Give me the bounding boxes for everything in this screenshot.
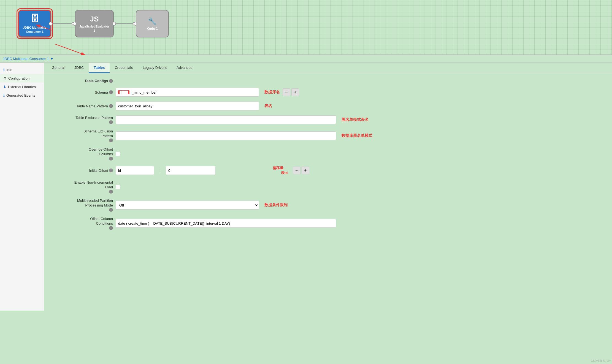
connector-2	[114, 22, 136, 25]
info-icon: ℹ	[3, 68, 5, 72]
enable-non-incr-info-icon[interactable]: i	[109, 190, 113, 194]
kudu-node-label: Kudu 1	[147, 27, 158, 31]
offset-conditions-label: Offset Column Conditions i	[52, 217, 113, 230]
table-name-pattern-label: Table Name Pattern i	[52, 104, 113, 108]
js-node-wrapper: JS JavaScript Evaluator 1	[75, 10, 114, 37]
tab-credentials[interactable]: Credentials	[110, 63, 138, 73]
schema-exclusion-info-icon[interactable]: i	[109, 138, 113, 142]
offset-id-input[interactable]	[116, 166, 154, 175]
override-offset-info-icon[interactable]: i	[109, 157, 113, 161]
schema-btn-group: − +	[283, 88, 299, 96]
jdbc-output-port	[49, 22, 53, 26]
initial-offset-info-icon[interactable]: i	[109, 169, 113, 172]
tab-jdbc[interactable]: JDBC	[69, 63, 89, 73]
tabs: General JDBC Tables Credentials Legacy D…	[44, 63, 612, 73]
offset-value-input[interactable]	[166, 166, 215, 175]
main-content: General JDBC Tables Credentials Legacy D…	[44, 63, 612, 311]
tab-legacy-drivers[interactable]: Legacy Drivers	[138, 63, 172, 73]
offset-conditions-row: Offset Column Conditions i	[52, 217, 604, 230]
table-exclusion-info-icon[interactable]: i	[109, 120, 113, 124]
schema-label-text: Schema	[95, 90, 108, 94]
js-icon: JS	[90, 15, 99, 23]
schema-exclusion-label-line2: Pattern	[101, 134, 113, 138]
kudu-icon: 🔧	[148, 17, 157, 26]
enable-non-incr-line2: Load	[105, 185, 113, 189]
jdbc-node[interactable]: 🗄 JDBC Multitable Consumer 1	[18, 10, 51, 37]
multithreaded-line2: Processing Mode	[85, 203, 113, 207]
schema-input-wrapper: ████	[116, 88, 259, 97]
tab-tables[interactable]: Tables	[89, 63, 110, 73]
multithreaded-annotation: 数据条件限制	[264, 203, 288, 208]
sidebar: ℹ Info ⚙ Configuration ⬇ External Librar…	[0, 63, 44, 311]
initial-offset-group: ⋮	[116, 166, 264, 175]
table-configs-label: Table Configs i	[52, 79, 113, 83]
multithreaded-line1: Multithreaded Partition	[77, 199, 113, 203]
breadcrumb-area: JDBC Multitable Consumer 1 ▼	[0, 55, 612, 63]
override-offset-row: Override Offset Columns i	[52, 147, 604, 161]
schema-info-icon[interactable]: i	[109, 90, 113, 94]
sidebar-item-external-libraries[interactable]: ⬇ External Libraries	[0, 83, 44, 91]
sidebar-item-configuration-label: Configuration	[8, 76, 29, 80]
table-configs-info-icon[interactable]: i	[109, 79, 113, 83]
table-exclusion-row: Table Exclusion Pattern i 黑名单模式表名	[52, 115, 604, 124]
js-node[interactable]: JS JavaScript Evaluator 1	[75, 10, 114, 37]
initial-offset-label: Initial Offset i	[52, 169, 113, 173]
table-name-pattern-row: Table Name Pattern i 表名	[52, 102, 604, 110]
offset-conditions-line2: Conditions	[96, 221, 113, 226]
override-offset-checkbox[interactable]	[116, 152, 120, 156]
multithreaded-row: Multithreaded Partition Processing Mode …	[52, 199, 604, 212]
multithreaded-info-icon[interactable]: i	[109, 208, 113, 212]
jdbc-icon: 🗄	[30, 14, 39, 24]
schema-exclusion-label: Schema Exclusion Pattern i	[52, 129, 113, 142]
offset-conditions-info-icon[interactable]: i	[109, 226, 113, 230]
schema-exclusion-input[interactable]	[116, 131, 336, 140]
breadcrumb-title: JDBC Multitable Consumer 1	[3, 57, 49, 61]
table-name-pattern-input[interactable]	[116, 102, 259, 110]
sidebar-item-generated-events[interactable]: ℹ Generated Events	[0, 91, 44, 100]
sidebar-item-configuration[interactable]: ⚙ Configuration	[0, 74, 44, 83]
table-name-pattern-info-icon[interactable]: i	[109, 104, 113, 108]
offset-separator: ⋮	[156, 167, 164, 173]
enable-non-incremental-checkbox[interactable]	[116, 185, 120, 189]
breadcrumb-arrow: ▼	[50, 57, 54, 61]
offset-minus-btn[interactable]: −	[293, 167, 300, 174]
schema-plus-btn[interactable]: +	[291, 88, 299, 96]
schema-row: Schema i ████ 数据库名 − +	[52, 88, 604, 97]
kudu-node-wrapper: 🔧 Kudu 1	[136, 10, 169, 37]
jdbc-node-wrapper: 🗄 JDBC Multitable Consumer 1	[17, 8, 53, 39]
download-icon: ⬇	[3, 85, 6, 89]
offset-btn-group: − +	[293, 167, 309, 174]
form-area: Table Configs i Schema i ████ 数据库名 −	[44, 73, 612, 240]
events-icon: ℹ	[3, 93, 5, 97]
table-exclusion-label: Table Exclusion Pattern i	[52, 116, 113, 124]
table-configs-title: Table Configs	[85, 79, 108, 83]
table-name-annotation: 表名	[264, 104, 272, 108]
offset-conditions-input[interactable]	[116, 219, 336, 228]
initial-offset-row: Initial Offset i ⋮ 偏移量 表id − +	[52, 165, 604, 175]
schema-prefix: ████	[118, 90, 129, 94]
override-offset-label-line1: Override Offset	[89, 147, 113, 151]
sidebar-item-info[interactable]: ℹ Info	[0, 66, 44, 74]
tab-advanced[interactable]: Advanced	[172, 63, 197, 73]
table-exclusion-input[interactable]	[116, 115, 336, 124]
offset-label-annotation: 偏移量	[273, 165, 288, 170]
connector-line-1	[53, 23, 72, 24]
initial-offset-label-text: Initial Offset	[89, 169, 108, 173]
table-exclusion-label-text: Table Exclusion Pattern	[75, 116, 113, 120]
offset-plus-btn[interactable]: +	[302, 167, 309, 174]
schema-exclusion-label-line1: Schema Exclusion	[83, 129, 113, 133]
kudu-node[interactable]: 🔧 Kudu 1	[136, 10, 169, 37]
schema-exclusion-row: Schema Exclusion Pattern i 数据库黑名单模式	[52, 129, 604, 142]
schema-input[interactable]	[132, 90, 256, 94]
multithreaded-select[interactable]: Off On	[116, 201, 259, 210]
gear-icon: ⚙	[3, 76, 7, 80]
js-input-port	[73, 22, 77, 26]
enable-non-incremental-label: Enable Non-Incremental Load i	[52, 180, 113, 194]
tab-general[interactable]: General	[47, 63, 69, 73]
table-configs-row: Table Configs i	[52, 79, 604, 83]
connector-line-2	[114, 23, 132, 24]
js-node-label: JavaScript Evaluator 1	[79, 25, 109, 32]
breadcrumb-link[interactable]: JDBC Multitable Consumer 1 ▼	[3, 57, 609, 61]
table-exclusion-annotation: 黑名单模式表名	[342, 117, 369, 122]
schema-minus-btn[interactable]: −	[283, 88, 290, 96]
